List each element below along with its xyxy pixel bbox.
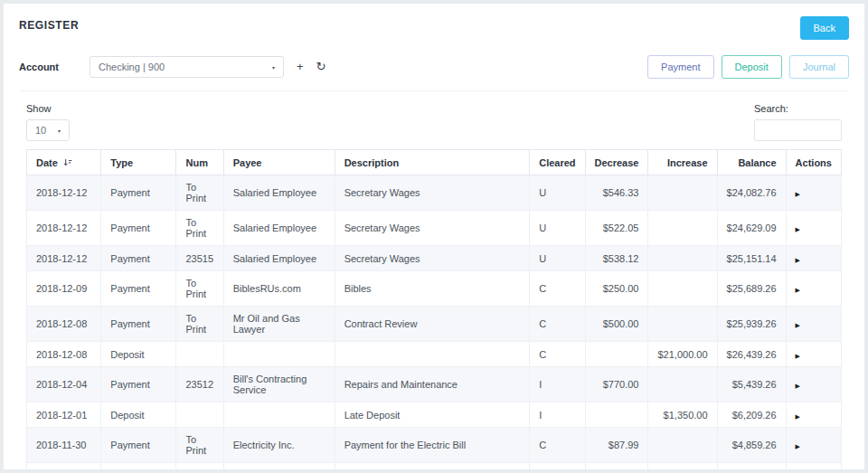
cell-decrease: $87.99: [585, 428, 648, 463]
account-selected-value: Checking | 900: [99, 61, 165, 72]
page-size-select[interactable]: 10 ▾: [26, 119, 70, 141]
cell-actions: ▶: [786, 463, 841, 470]
cell-payee: Mr Oil and Gas Lawyer: [223, 307, 335, 342]
cell-balance: $26,439.26: [717, 342, 786, 367]
table-row: 2018-12-12Payment23515Salaried EmployeeS…: [27, 246, 842, 271]
cell-payee: AT&T: [223, 463, 335, 470]
cell-description: Secretary Wages: [335, 175, 530, 211]
cell-num: billpay: [176, 463, 223, 470]
cell-actions: ▶: [786, 428, 841, 463]
column-header-description[interactable]: Description: [335, 150, 530, 175]
cell-num: [176, 402, 223, 428]
cell-description: Secretary Wages: [335, 246, 530, 271]
payment-button[interactable]: Payment: [647, 55, 713, 79]
cell-date: 2018-12-04: [27, 367, 101, 402]
cell-decrease: $522.05: [585, 211, 648, 246]
cell-cleared: C: [530, 342, 585, 367]
cell-date: 2018-12-12: [27, 175, 101, 211]
cell-num: To Print: [176, 428, 223, 463]
row-expand-button[interactable]: ▶: [796, 413, 800, 420]
cell-decrease: $415.00: [585, 463, 648, 470]
account-select[interactable]: Checking | 900 ▾: [90, 56, 284, 78]
cell-date: 2018-12-08: [27, 342, 101, 367]
refresh-button[interactable]: ↻: [316, 56, 326, 78]
column-header-increase[interactable]: Increase: [648, 150, 717, 175]
column-header-type[interactable]: Type: [101, 150, 176, 175]
cell-cleared: C: [530, 307, 585, 342]
row-expand-button[interactable]: ▶: [796, 383, 800, 389]
page-title: REGISTER: [19, 16, 79, 32]
cell-decrease: [585, 402, 648, 428]
cell-cleared: I: [530, 463, 585, 470]
cell-balance: $5,439.26: [717, 367, 786, 402]
journal-button[interactable]: Journal: [789, 55, 849, 79]
cell-num: [176, 342, 223, 367]
back-button[interactable]: Back: [800, 16, 849, 40]
cell-actions: ▶: [786, 246, 841, 271]
cell-cleared: I: [530, 367, 585, 402]
cell-date: 2018-12-01: [27, 402, 101, 428]
cell-cleared: I: [530, 402, 585, 428]
cell-increase: [648, 211, 717, 246]
row-expand-button[interactable]: ▶: [796, 287, 800, 293]
cell-decrease: $500.00: [585, 307, 648, 342]
cell-actions: ▶: [786, 342, 841, 367]
cell-num: 23512: [176, 367, 223, 402]
register-table: DateTypeNumPayeeDescriptionClearedDecrea…: [26, 149, 842, 469]
row-expand-button[interactable]: ▶: [796, 443, 800, 449]
cell-balance: $4,947.25: [717, 463, 786, 470]
cell-date: 2018-12-12: [27, 246, 101, 271]
divider: [19, 90, 849, 91]
table-header-row: DateTypeNumPayeeDescriptionClearedDecrea…: [27, 150, 842, 175]
cell-increase: $1,350.00: [648, 402, 717, 428]
row-expand-button[interactable]: ▶: [796, 257, 800, 263]
cell-num: To Print: [176, 271, 223, 307]
search-input[interactable]: [754, 119, 842, 141]
column-header-actions[interactable]: Actions: [786, 150, 841, 175]
refresh-icon: ↻: [316, 60, 326, 73]
deposit-button[interactable]: Deposit: [722, 55, 782, 79]
row-expand-button[interactable]: ▶: [796, 322, 800, 328]
cell-increase: [648, 175, 717, 211]
cell-balance: $24,629.09: [717, 211, 786, 246]
cell-type: Payment: [101, 428, 176, 463]
table-row: 2018-12-12PaymentTo PrintSalaried Employ…: [27, 211, 842, 246]
cell-payee: [223, 402, 335, 428]
cell-increase: [648, 307, 717, 342]
cell-decrease: $770.00: [585, 367, 648, 402]
column-header-date[interactable]: Date: [27, 150, 101, 175]
add-account-button[interactable]: +: [297, 56, 304, 78]
cell-description: description: [335, 463, 530, 470]
row-expand-button[interactable]: ▶: [796, 191, 800, 197]
cell-date: 2018-12-08: [27, 307, 101, 342]
column-header-payee[interactable]: Payee: [223, 150, 335, 175]
column-header-cleared[interactable]: Cleared: [530, 150, 585, 175]
cell-date: 2018-11-29: [27, 463, 101, 470]
cell-payee: Salaried Employee: [223, 211, 335, 246]
chevron-down-icon: ▾: [58, 128, 61, 134]
row-expand-button[interactable]: ▶: [796, 353, 800, 359]
cell-decrease: $538.12: [585, 246, 648, 271]
cell-payee: Bill's Contracting Service: [223, 367, 335, 402]
cell-date: 2018-12-09: [27, 271, 101, 307]
page-size-value: 10: [35, 125, 46, 136]
column-header-num[interactable]: Num: [176, 150, 223, 175]
cell-increase: $21,000.00: [648, 342, 717, 367]
cell-actions: ▶: [786, 307, 841, 342]
column-header-decrease[interactable]: Decrease: [585, 150, 648, 175]
cell-balance: $25,939.26: [717, 307, 786, 342]
cell-date: 2018-11-30: [27, 428, 101, 463]
cell-cleared: C: [530, 428, 585, 463]
cell-description: Repairs and Maintenance: [335, 367, 530, 402]
cell-type: Payment: [101, 271, 176, 307]
column-header-balance[interactable]: Balance: [717, 150, 786, 175]
cell-increase: [648, 367, 717, 402]
row-expand-button[interactable]: ▶: [796, 226, 800, 232]
cell-type: Payment: [101, 463, 176, 470]
cell-payee: BiblesRUs.com: [223, 271, 335, 307]
table-row: 2018-12-12PaymentTo PrintSalaried Employ…: [27, 175, 842, 211]
cell-description: Contract Review: [335, 307, 530, 342]
cell-decrease: $250.00: [585, 271, 648, 307]
cell-actions: ▶: [786, 402, 841, 428]
cell-num: 23515: [176, 246, 223, 271]
